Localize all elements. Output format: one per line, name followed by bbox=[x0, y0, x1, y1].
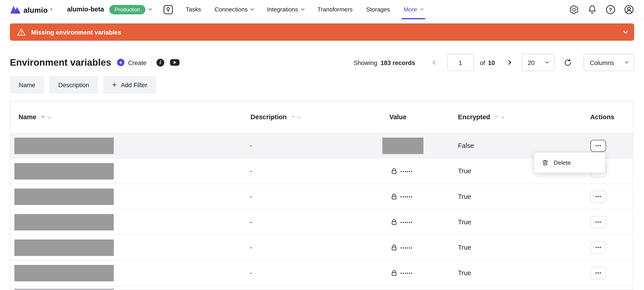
brand-logo[interactable]: alumio ® bbox=[10, 5, 52, 14]
filter-chip-description[interactable]: Description bbox=[49, 76, 98, 94]
sort-controls[interactable] bbox=[292, 116, 300, 118]
account-button[interactable] bbox=[624, 4, 634, 14]
nav-item-storages[interactable]: Storages bbox=[366, 0, 390, 19]
nav-item-integrations[interactable]: Integrations bbox=[267, 0, 304, 19]
table-row[interactable]: - •••••• True bbox=[10, 260, 633, 286]
page-size-select[interactable]: 20 bbox=[522, 54, 554, 71]
redacted-name-value bbox=[14, 214, 114, 230]
chevron-down-icon[interactable] bbox=[623, 29, 628, 34]
delete-menu-item[interactable]: Delete bbox=[534, 153, 605, 172]
add-filter-button[interactable]: Add Filter bbox=[103, 76, 156, 94]
column-header-name[interactable]: Name bbox=[18, 102, 50, 133]
redacted-name-value bbox=[14, 265, 114, 281]
chevron-down-icon bbox=[149, 7, 152, 10]
column-header-description[interactable]: Description bbox=[250, 102, 300, 133]
create-button[interactable]: Create bbox=[117, 59, 146, 66]
info-button[interactable] bbox=[156, 58, 164, 66]
filter-chip-label: Description bbox=[58, 81, 89, 88]
masked-value-cell: •••••• bbox=[392, 219, 413, 225]
bell-icon bbox=[587, 4, 597, 14]
lock-icon bbox=[392, 168, 397, 174]
encrypted-cell: True bbox=[458, 269, 471, 276]
environment-selector[interactable]: Production bbox=[109, 5, 152, 14]
row-actions-button[interactable] bbox=[590, 216, 606, 228]
divider bbox=[152, 57, 152, 68]
youtube-icon bbox=[170, 59, 179, 66]
delete-menu-label: Delete bbox=[554, 159, 571, 166]
description-cell: - bbox=[250, 244, 252, 251]
environment-badge[interactable]: Production bbox=[109, 5, 146, 14]
nav-item-tasks[interactable]: Tasks bbox=[186, 0, 201, 19]
row-actions-button[interactable] bbox=[590, 140, 606, 152]
pagination-bar: Showing 183 records of 10 20 bbox=[354, 54, 634, 71]
svg-text:?: ? bbox=[609, 6, 612, 12]
sort-controls[interactable] bbox=[42, 116, 50, 118]
masked-dots: •••••• bbox=[400, 220, 413, 224]
alert-banner[interactable]: Missing environment variables bbox=[10, 23, 634, 40]
of-label: of bbox=[480, 59, 485, 66]
masked-value-cell: •••••• bbox=[392, 168, 413, 174]
previous-page-button[interactable] bbox=[432, 60, 438, 65]
records-count: 183 records bbox=[380, 59, 415, 66]
home-button[interactable] bbox=[163, 4, 174, 14]
masked-value-cell: •••••• bbox=[392, 270, 413, 276]
nav-icon-group: ? bbox=[569, 4, 634, 14]
context-menu: Delete bbox=[534, 152, 606, 173]
help-icon: ? bbox=[606, 4, 616, 14]
encrypted-cell: False bbox=[458, 142, 474, 149]
add-filter-label: Add Filter bbox=[121, 81, 147, 88]
row-actions-button[interactable] bbox=[590, 241, 606, 254]
nav-item-label: Integrations bbox=[267, 6, 298, 12]
redacted-name-value bbox=[14, 289, 114, 290]
page-number-input[interactable] bbox=[447, 54, 474, 71]
columns-label: Columns bbox=[590, 59, 614, 66]
nav-item-label: Storages bbox=[366, 6, 390, 12]
chevron-down-icon bbox=[420, 7, 424, 10]
settings-button[interactable] bbox=[569, 4, 579, 14]
description-cell: - bbox=[250, 193, 252, 200]
table-row[interactable]: - •••••• True bbox=[10, 210, 633, 235]
create-button-label: Create bbox=[128, 59, 146, 66]
page-header: Environment variables Create Showing 183… bbox=[10, 53, 634, 72]
encrypted-cell: True bbox=[458, 244, 471, 251]
redacted-name-value bbox=[14, 240, 114, 256]
sort-up-icon bbox=[291, 116, 295, 119]
top-nav: alumio ® alumio-beta Production Tasks Co… bbox=[0, 0, 644, 19]
column-label: Name bbox=[18, 114, 36, 121]
nav-item-connections[interactable]: Connections bbox=[215, 0, 254, 19]
help-button[interactable]: ? bbox=[606, 4, 616, 14]
nav-item-transformers[interactable]: Transformers bbox=[317, 0, 352, 19]
masked-dots: •••••• bbox=[400, 169, 413, 173]
total-pages: 10 bbox=[488, 59, 495, 66]
table-row[interactable]: - •••••• True bbox=[10, 184, 633, 210]
table-row[interactable]: - •••••• True bbox=[10, 235, 633, 260]
row-actions-button[interactable] bbox=[590, 267, 606, 279]
encrypted-cell: True bbox=[458, 193, 471, 200]
column-header-encrypted[interactable]: Encrypted bbox=[458, 102, 504, 133]
environment-variables-table: Name Description Value Encrypted bbox=[10, 101, 633, 290]
chevron-down-icon bbox=[546, 60, 549, 64]
filter-chip-label: Name bbox=[19, 81, 35, 88]
encrypted-cell: True bbox=[458, 218, 471, 226]
filter-chip-name[interactable]: Name bbox=[10, 76, 44, 94]
notifications-button[interactable] bbox=[587, 4, 597, 14]
column-label: Actions bbox=[590, 114, 614, 121]
next-page-button[interactable] bbox=[506, 60, 511, 65]
app-root: alumio ® alumio-beta Production Tasks Co… bbox=[0, 0, 644, 290]
table-row[interactable] bbox=[10, 286, 633, 290]
description-cell: - bbox=[250, 168, 252, 175]
info-icon bbox=[156, 58, 164, 66]
row-actions-button[interactable] bbox=[590, 190, 606, 203]
columns-select[interactable]: Columns bbox=[584, 54, 634, 71]
nav-item-more[interactable]: More bbox=[404, 0, 423, 19]
showing-label: Showing bbox=[354, 59, 377, 66]
sort-controls[interactable] bbox=[496, 116, 504, 118]
ellipsis-icon bbox=[598, 196, 599, 197]
redacted-name-value bbox=[14, 138, 114, 154]
gear-icon bbox=[569, 4, 579, 14]
plus-icon bbox=[112, 81, 116, 89]
chevron-right-icon bbox=[507, 60, 511, 65]
refresh-button[interactable] bbox=[564, 58, 572, 66]
masked-dots: •••••• bbox=[400, 245, 413, 250]
video-help-button[interactable] bbox=[170, 59, 179, 66]
